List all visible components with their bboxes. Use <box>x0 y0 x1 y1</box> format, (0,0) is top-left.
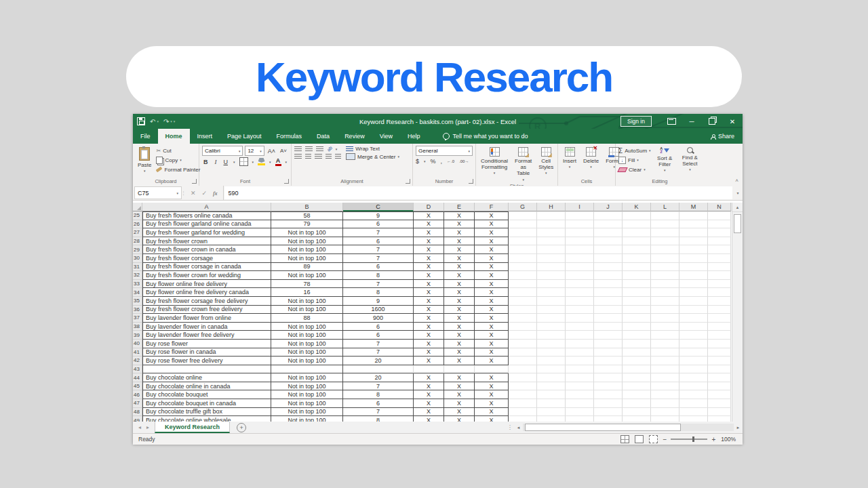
ribbon-tab-insert[interactable]: Insert <box>190 129 220 144</box>
cell-N27[interactable] <box>708 228 731 237</box>
cell-I48[interactable] <box>566 408 594 417</box>
ribbon-tab-review[interactable]: Review <box>337 129 372 144</box>
underline-button[interactable]: U <box>222 159 230 165</box>
cell-B41[interactable]: Not in top 100 <box>271 348 343 357</box>
cell-B35[interactable]: Not in top 100 <box>271 297 343 306</box>
cell-E32[interactable]: X <box>444 271 475 280</box>
cell-G43[interactable] <box>509 365 537 374</box>
cell-H35[interactable] <box>537 297 566 306</box>
close-button[interactable]: ✕ <box>722 114 743 129</box>
column-header-I[interactable]: I <box>566 203 594 211</box>
row-header-36[interactable]: 36 <box>133 306 142 314</box>
cell-N45[interactable] <box>708 382 731 391</box>
cell-L33[interactable] <box>651 280 679 289</box>
cell-D41[interactable]: X <box>414 348 444 357</box>
cell-D31[interactable]: X <box>414 263 444 272</box>
cell-K45[interactable] <box>623 382 651 391</box>
cell-E35[interactable]: X <box>444 297 475 306</box>
collapse-ribbon-icon[interactable]: ˄ <box>735 178 738 184</box>
cell-E43[interactable] <box>444 365 475 374</box>
ribbon-display-options-button[interactable] <box>661 114 682 129</box>
cell-E49[interactable]: X <box>444 416 475 422</box>
cell-J41[interactable] <box>594 348 623 357</box>
row-header-28[interactable]: 28 <box>133 237 142 246</box>
zoom-thumb[interactable] <box>692 436 694 442</box>
zoom-out-icon[interactable]: − <box>663 436 667 443</box>
cell-C39[interactable]: 6 <box>343 331 414 340</box>
cell-K38[interactable] <box>623 323 651 331</box>
cell-A48[interactable]: Buy chocolate truffle gift box <box>142 408 271 417</box>
cell-L48[interactable] <box>651 408 679 417</box>
increase-decimal-icon[interactable]: ←.0 <box>447 159 454 163</box>
cell-J44[interactable] <box>594 373 623 382</box>
restore-button[interactable] <box>702 114 722 129</box>
fill-color-button[interactable] <box>258 158 265 165</box>
cell-N26[interactable] <box>708 220 731 229</box>
cell-E31[interactable]: X <box>444 263 475 272</box>
cell-N34[interactable] <box>708 288 731 297</box>
cell-K44[interactable] <box>623 373 651 382</box>
cell-M44[interactable] <box>679 373 708 382</box>
formula-input[interactable]: 590 <box>224 186 732 199</box>
cell-C44[interactable]: 20 <box>343 373 414 382</box>
row-header-25[interactable]: 25 <box>133 211 142 220</box>
bottom-align-icon[interactable] <box>316 146 323 152</box>
cell-G32[interactable] <box>509 271 537 280</box>
cell-G45[interactable] <box>509 382 537 391</box>
row-header-42[interactable]: 42 <box>133 357 142 365</box>
cell-M26[interactable] <box>679 220 708 229</box>
cell-I30[interactable] <box>566 254 594 263</box>
cell-H27[interactable] <box>537 228 566 237</box>
row-header-29[interactable]: 29 <box>133 245 142 254</box>
cell-I27[interactable] <box>566 228 594 237</box>
cell-F44[interactable]: X <box>475 373 509 382</box>
sort-filter-button[interactable]: AZ Sort & Filter▾ <box>654 146 676 177</box>
cell-J47[interactable] <box>594 399 623 408</box>
cell-C29[interactable]: 7 <box>343 245 414 254</box>
font-size-select[interactable]: 12▾ <box>245 146 264 156</box>
wrap-text-button[interactable]: Wrap Text <box>346 146 380 152</box>
cell-I33[interactable] <box>566 280 594 289</box>
cell-G29[interactable] <box>509 245 537 254</box>
cell-L42[interactable] <box>651 357 679 365</box>
decrease-font-icon[interactable]: A˅ <box>279 148 288 154</box>
cell-I31[interactable] <box>566 263 594 272</box>
cell-J46[interactable] <box>594 390 623 399</box>
row-header-34[interactable]: 34 <box>133 288 142 297</box>
cell-A37[interactable]: Buy lavender flower from online <box>142 314 271 323</box>
cell-N25[interactable] <box>708 211 731 220</box>
vertical-scrollbar[interactable]: ▲ <box>732 203 743 422</box>
cell-C38[interactable]: 6 <box>343 323 414 331</box>
cell-G30[interactable] <box>509 254 537 263</box>
cell-A45[interactable]: Buy chocolate online in canada <box>142 382 271 391</box>
cell-A49[interactable]: Buy chocolate online wholesale <box>142 416 271 422</box>
orientation-icon[interactable]: ab <box>326 145 333 152</box>
cell-L25[interactable] <box>651 211 679 220</box>
cell-M49[interactable] <box>679 416 708 422</box>
cell-D27[interactable]: X <box>414 228 444 237</box>
cell-C28[interactable]: 6 <box>343 237 414 246</box>
cell-E25[interactable]: X <box>444 211 475 220</box>
column-header-E[interactable]: E <box>444 203 475 211</box>
row-header-43[interactable]: 43 <box>133 365 142 374</box>
row-header-47[interactable]: 47 <box>133 399 142 408</box>
cell-D43[interactable] <box>414 365 444 374</box>
cell-M47[interactable] <box>679 399 708 408</box>
cell-M43[interactable] <box>679 365 708 374</box>
cell-B27[interactable]: Not in top 100 <box>271 228 343 237</box>
cell-B28[interactable]: Not in top 100 <box>271 237 343 246</box>
cell-J35[interactable] <box>594 297 623 306</box>
cut-button[interactable]: ✂Cut <box>156 146 200 155</box>
cell-K48[interactable] <box>623 408 651 417</box>
cell-H34[interactable] <box>537 288 566 297</box>
cell-H38[interactable] <box>537 323 566 331</box>
cell-L38[interactable] <box>651 323 679 331</box>
cell-N47[interactable] <box>708 399 731 408</box>
cell-F26[interactable]: X <box>475 220 509 229</box>
find-select-button[interactable]: Find & Select▾ <box>679 146 701 177</box>
cell-J40[interactable] <box>594 340 623 348</box>
cell-F35[interactable]: X <box>475 297 509 306</box>
top-align-icon[interactable] <box>294 146 302 152</box>
cell-C46[interactable]: 8 <box>343 390 414 399</box>
cell-G37[interactable] <box>509 314 537 323</box>
